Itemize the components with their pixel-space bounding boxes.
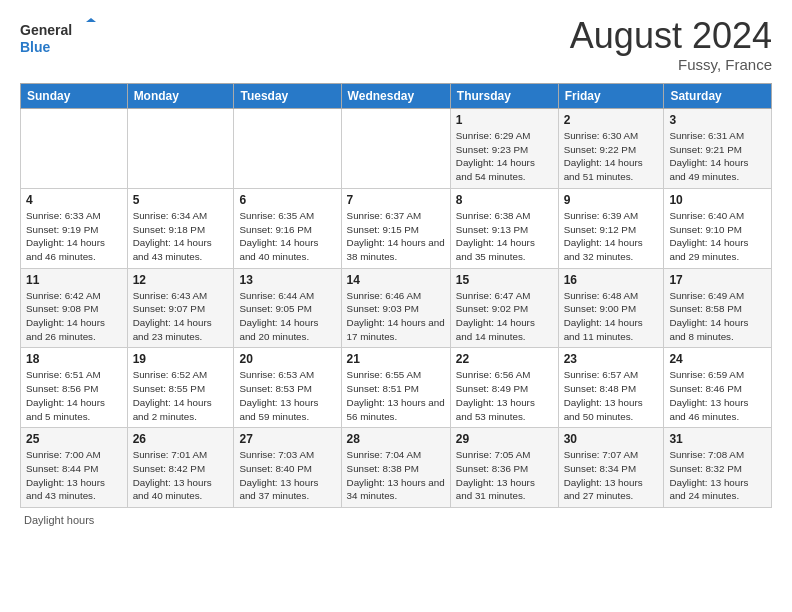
title-area: August 2024 Fussy, France	[570, 18, 772, 73]
col-thursday: Thursday	[450, 84, 558, 109]
day-number: 26	[133, 432, 229, 446]
logo-svg: General Blue	[20, 18, 100, 58]
day-cell: 28Sunrise: 7:04 AM Sunset: 8:38 PM Dayli…	[341, 428, 450, 508]
day-cell: 4Sunrise: 6:33 AM Sunset: 9:19 PM Daylig…	[21, 188, 128, 268]
col-wednesday: Wednesday	[341, 84, 450, 109]
day-number: 29	[456, 432, 553, 446]
day-info: Sunrise: 6:29 AM Sunset: 9:23 PM Dayligh…	[456, 129, 553, 184]
day-info: Sunrise: 7:01 AM Sunset: 8:42 PM Dayligh…	[133, 448, 229, 503]
day-cell: 5Sunrise: 6:34 AM Sunset: 9:18 PM Daylig…	[127, 188, 234, 268]
day-number: 22	[456, 352, 553, 366]
day-info: Sunrise: 6:48 AM Sunset: 9:00 PM Dayligh…	[564, 289, 659, 344]
day-cell	[341, 109, 450, 189]
day-info: Sunrise: 7:05 AM Sunset: 8:36 PM Dayligh…	[456, 448, 553, 503]
day-number: 25	[26, 432, 122, 446]
day-number: 8	[456, 193, 553, 207]
day-number: 17	[669, 273, 766, 287]
day-info: Sunrise: 6:40 AM Sunset: 9:10 PM Dayligh…	[669, 209, 766, 264]
day-info: Sunrise: 6:49 AM Sunset: 8:58 PM Dayligh…	[669, 289, 766, 344]
day-info: Sunrise: 6:34 AM Sunset: 9:18 PM Dayligh…	[133, 209, 229, 264]
day-info: Sunrise: 6:39 AM Sunset: 9:12 PM Dayligh…	[564, 209, 659, 264]
day-cell: 11Sunrise: 6:42 AM Sunset: 9:08 PM Dayli…	[21, 268, 128, 348]
day-cell: 20Sunrise: 6:53 AM Sunset: 8:53 PM Dayli…	[234, 348, 341, 428]
day-cell: 18Sunrise: 6:51 AM Sunset: 8:56 PM Dayli…	[21, 348, 128, 428]
day-cell: 12Sunrise: 6:43 AM Sunset: 9:07 PM Dayli…	[127, 268, 234, 348]
day-info: Sunrise: 6:38 AM Sunset: 9:13 PM Dayligh…	[456, 209, 553, 264]
day-cell: 26Sunrise: 7:01 AM Sunset: 8:42 PM Dayli…	[127, 428, 234, 508]
col-monday: Monday	[127, 84, 234, 109]
day-cell: 24Sunrise: 6:59 AM Sunset: 8:46 PM Dayli…	[664, 348, 772, 428]
day-number: 6	[239, 193, 335, 207]
day-number: 21	[347, 352, 445, 366]
day-number: 31	[669, 432, 766, 446]
day-number: 4	[26, 193, 122, 207]
day-cell: 2Sunrise: 6:30 AM Sunset: 9:22 PM Daylig…	[558, 109, 664, 189]
day-cell: 7Sunrise: 6:37 AM Sunset: 9:15 PM Daylig…	[341, 188, 450, 268]
day-number: 14	[347, 273, 445, 287]
day-number: 10	[669, 193, 766, 207]
day-number: 2	[564, 113, 659, 127]
day-cell: 23Sunrise: 6:57 AM Sunset: 8:48 PM Dayli…	[558, 348, 664, 428]
day-cell: 21Sunrise: 6:55 AM Sunset: 8:51 PM Dayli…	[341, 348, 450, 428]
header-row: Sunday Monday Tuesday Wednesday Thursday…	[21, 84, 772, 109]
day-cell: 13Sunrise: 6:44 AM Sunset: 9:05 PM Dayli…	[234, 268, 341, 348]
day-cell: 14Sunrise: 6:46 AM Sunset: 9:03 PM Dayli…	[341, 268, 450, 348]
day-number: 28	[347, 432, 445, 446]
week-row-3: 18Sunrise: 6:51 AM Sunset: 8:56 PM Dayli…	[21, 348, 772, 428]
day-number: 15	[456, 273, 553, 287]
day-cell	[21, 109, 128, 189]
day-number: 9	[564, 193, 659, 207]
week-row-2: 11Sunrise: 6:42 AM Sunset: 9:08 PM Dayli…	[21, 268, 772, 348]
day-cell: 3Sunrise: 6:31 AM Sunset: 9:21 PM Daylig…	[664, 109, 772, 189]
day-info: Sunrise: 6:31 AM Sunset: 9:21 PM Dayligh…	[669, 129, 766, 184]
day-number: 13	[239, 273, 335, 287]
svg-marker-2	[86, 18, 96, 22]
day-info: Sunrise: 6:35 AM Sunset: 9:16 PM Dayligh…	[239, 209, 335, 264]
day-cell: 31Sunrise: 7:08 AM Sunset: 8:32 PM Dayli…	[664, 428, 772, 508]
day-cell: 8Sunrise: 6:38 AM Sunset: 9:13 PM Daylig…	[450, 188, 558, 268]
col-tuesday: Tuesday	[234, 84, 341, 109]
week-row-4: 25Sunrise: 7:00 AM Sunset: 8:44 PM Dayli…	[21, 428, 772, 508]
day-info: Sunrise: 6:42 AM Sunset: 9:08 PM Dayligh…	[26, 289, 122, 344]
day-info: Sunrise: 6:33 AM Sunset: 9:19 PM Dayligh…	[26, 209, 122, 264]
col-sunday: Sunday	[21, 84, 128, 109]
day-info: Sunrise: 6:51 AM Sunset: 8:56 PM Dayligh…	[26, 368, 122, 423]
day-cell: 29Sunrise: 7:05 AM Sunset: 8:36 PM Dayli…	[450, 428, 558, 508]
day-cell: 16Sunrise: 6:48 AM Sunset: 9:00 PM Dayli…	[558, 268, 664, 348]
day-info: Sunrise: 6:44 AM Sunset: 9:05 PM Dayligh…	[239, 289, 335, 344]
day-number: 23	[564, 352, 659, 366]
day-number: 11	[26, 273, 122, 287]
calendar-table: Sunday Monday Tuesday Wednesday Thursday…	[20, 83, 772, 508]
day-cell: 22Sunrise: 6:56 AM Sunset: 8:49 PM Dayli…	[450, 348, 558, 428]
day-cell: 10Sunrise: 6:40 AM Sunset: 9:10 PM Dayli…	[664, 188, 772, 268]
day-info: Sunrise: 6:59 AM Sunset: 8:46 PM Dayligh…	[669, 368, 766, 423]
location: Fussy, France	[570, 56, 772, 73]
day-info: Sunrise: 7:03 AM Sunset: 8:40 PM Dayligh…	[239, 448, 335, 503]
day-info: Sunrise: 6:47 AM Sunset: 9:02 PM Dayligh…	[456, 289, 553, 344]
day-info: Sunrise: 7:00 AM Sunset: 8:44 PM Dayligh…	[26, 448, 122, 503]
day-cell: 30Sunrise: 7:07 AM Sunset: 8:34 PM Dayli…	[558, 428, 664, 508]
day-number: 1	[456, 113, 553, 127]
week-row-1: 4Sunrise: 6:33 AM Sunset: 9:19 PM Daylig…	[21, 188, 772, 268]
day-number: 24	[669, 352, 766, 366]
week-row-0: 1Sunrise: 6:29 AM Sunset: 9:23 PM Daylig…	[21, 109, 772, 189]
day-cell: 17Sunrise: 6:49 AM Sunset: 8:58 PM Dayli…	[664, 268, 772, 348]
day-info: Sunrise: 6:43 AM Sunset: 9:07 PM Dayligh…	[133, 289, 229, 344]
day-cell: 15Sunrise: 6:47 AM Sunset: 9:02 PM Dayli…	[450, 268, 558, 348]
day-number: 5	[133, 193, 229, 207]
day-cell	[234, 109, 341, 189]
day-number: 7	[347, 193, 445, 207]
day-number: 30	[564, 432, 659, 446]
day-number: 18	[26, 352, 122, 366]
day-cell: 25Sunrise: 7:00 AM Sunset: 8:44 PM Dayli…	[21, 428, 128, 508]
col-saturday: Saturday	[664, 84, 772, 109]
svg-text:General: General	[20, 22, 72, 38]
footer-daylight: Daylight hours	[20, 514, 772, 526]
day-number: 12	[133, 273, 229, 287]
day-cell: 6Sunrise: 6:35 AM Sunset: 9:16 PM Daylig…	[234, 188, 341, 268]
day-info: Sunrise: 6:57 AM Sunset: 8:48 PM Dayligh…	[564, 368, 659, 423]
header: General Blue August 2024 Fussy, France	[20, 18, 772, 73]
day-number: 20	[239, 352, 335, 366]
day-info: Sunrise: 6:56 AM Sunset: 8:49 PM Dayligh…	[456, 368, 553, 423]
day-number: 16	[564, 273, 659, 287]
